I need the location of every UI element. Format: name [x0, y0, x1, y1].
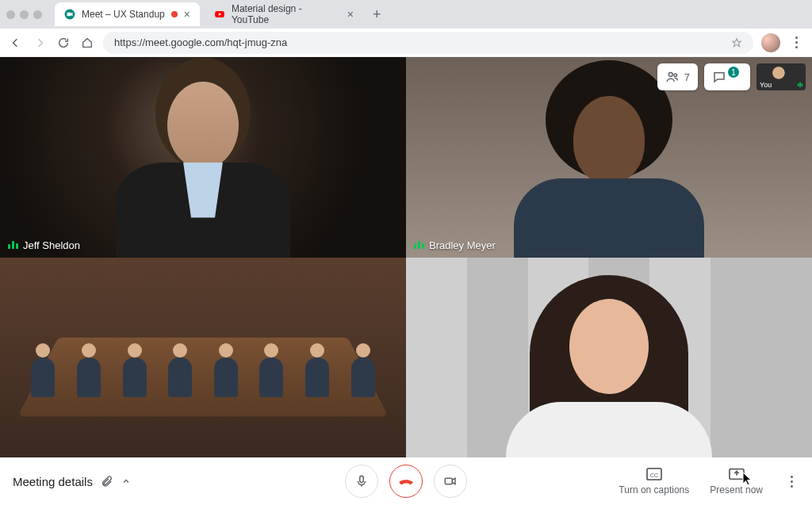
youtube-favicon-icon	[214, 9, 225, 20]
svg-rect-6	[799, 82, 801, 87]
participant-name: Bradley Meyer	[429, 239, 496, 251]
participant-name-tag: Bradley Meyer	[414, 239, 496, 251]
participant-count: 7	[684, 71, 690, 83]
traffic-minimize-icon[interactable]	[20, 10, 29, 19]
bookmark-star-icon[interactable]	[731, 37, 742, 48]
chat-badge: 1	[728, 67, 739, 78]
attachment-icon	[101, 475, 113, 488]
meeting-overlay-controls: 7 1 You	[657, 63, 806, 90]
meeting-details-label: Meeting details	[13, 475, 93, 488]
speaking-indicator-icon	[414, 241, 424, 249]
captions-icon: CC	[645, 467, 663, 481]
new-tab-button[interactable]: +	[373, 6, 381, 23]
window-traffic-lights	[6, 10, 42, 19]
mic-active-icon	[797, 82, 803, 88]
back-button[interactable]	[8, 35, 24, 51]
url-bar[interactable]: https://meet.google.com/hqt-jmug-zna	[103, 32, 753, 54]
chat-icon	[712, 70, 726, 84]
participant-video-placeholder	[116, 82, 290, 258]
svg-rect-1	[67, 13, 71, 17]
hangup-icon	[397, 472, 415, 490]
present-button[interactable]: Present now	[710, 467, 763, 495]
chevron-up-icon	[121, 476, 131, 486]
people-icon	[665, 70, 680, 84]
present-icon	[728, 467, 745, 481]
svg-point-4	[674, 74, 677, 77]
home-button[interactable]	[79, 35, 95, 51]
mute-mic-button[interactable]	[345, 465, 378, 498]
tab-title: Meet – UX Standup	[82, 9, 165, 20]
self-video-thumbnail[interactable]: You	[756, 63, 806, 90]
browser-tab-strip: Meet – UX Standup × Material design - Yo…	[0, 0, 812, 29]
camera-icon	[443, 474, 458, 488]
video-tile[interactable]	[406, 258, 812, 458]
microphone-icon	[354, 474, 369, 488]
traffic-zoom-icon[interactable]	[33, 10, 42, 19]
chat-button[interactable]: 1	[704, 63, 750, 90]
present-label: Present now	[710, 484, 763, 495]
more-options-button[interactable]	[783, 476, 799, 488]
tab-title: Material design - YouTube	[232, 3, 341, 25]
svg-rect-7	[802, 83, 803, 86]
reload-button[interactable]	[56, 35, 71, 51]
svg-rect-8	[360, 476, 364, 482]
meeting-details-button[interactable]: Meeting details	[13, 475, 131, 488]
call-controls	[345, 465, 467, 498]
captions-button[interactable]: CC Turn on captions	[619, 467, 689, 495]
tab-meet[interactable]: Meet – UX Standup ×	[55, 2, 200, 26]
tab-close-button[interactable]: ×	[184, 8, 190, 21]
recording-indicator-icon	[171, 11, 178, 17]
browser-nav-bar: https://meet.google.com/hqt-jmug-zna	[0, 29, 812, 57]
profile-avatar[interactable]	[761, 33, 780, 52]
toggle-camera-button[interactable]	[434, 465, 467, 498]
forward-button[interactable]	[32, 35, 48, 51]
hangup-button[interactable]	[389, 465, 423, 498]
participant-video-placeholder	[506, 275, 712, 457]
speaking-indicator-icon	[8, 241, 18, 249]
meeting-bottom-bar: Meeting details CC Turn on captions	[0, 457, 812, 505]
participant-name: Jeff Sheldon	[23, 239, 80, 251]
participant-video-placeholder	[0, 258, 406, 458]
svg-text:CC: CC	[650, 472, 658, 479]
video-tile[interactable]: Jeff Sheldon	[0, 57, 406, 258]
self-label: You	[760, 81, 772, 89]
traffic-close-icon[interactable]	[6, 10, 15, 19]
svg-rect-5	[798, 83, 799, 86]
svg-rect-9	[445, 478, 452, 484]
participant-name-tag: Jeff Sheldon	[8, 239, 80, 251]
svg-point-3	[668, 73, 672, 77]
captions-label: Turn on captions	[619, 484, 689, 495]
tab-close-button[interactable]: ×	[347, 8, 354, 21]
url-text: https://meet.google.com/hqt-jmug-zna	[114, 36, 287, 48]
participants-button[interactable]: 7	[657, 63, 698, 90]
meet-favicon-icon	[64, 9, 75, 20]
video-grid: 7 1 You Jeff Sheldon Bradley Meyer	[0, 57, 812, 457]
tab-youtube[interactable]: Material design - YouTube ×	[205, 2, 363, 26]
video-tile[interactable]	[0, 258, 406, 458]
browser-menu-button[interactable]	[788, 36, 804, 48]
